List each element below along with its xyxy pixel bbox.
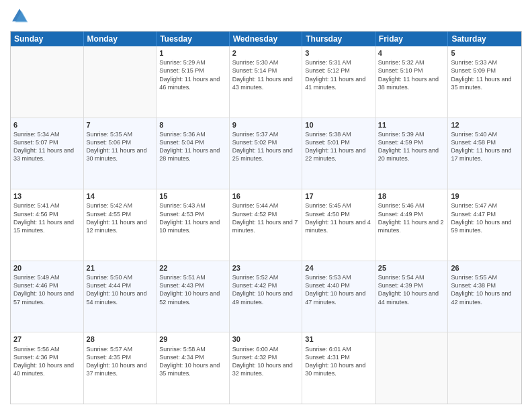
weekday-header-wednesday: Wednesday xyxy=(230,32,303,46)
weekday-header-friday: Friday xyxy=(375,32,449,46)
calendar-day-22: 22Sunrise: 5:51 AM Sunset: 4:43 PM Dayli… xyxy=(157,261,230,332)
calendar-day-3: 3Sunrise: 5:31 AM Sunset: 5:12 PM Daylig… xyxy=(302,46,375,118)
day-number: 7 xyxy=(87,120,154,130)
calendar-row-2: 6Sunrise: 5:34 AM Sunset: 5:07 PM Daylig… xyxy=(11,118,521,189)
day-number: 23 xyxy=(232,263,300,273)
day-number: 17 xyxy=(305,191,372,201)
day-info: Sunrise: 5:45 AM Sunset: 4:50 PM Dayligh… xyxy=(305,201,372,234)
weekday-header-sunday: Sunday xyxy=(11,32,84,46)
weekday-header-thursday: Thursday xyxy=(302,32,375,46)
calendar-day-12: 12Sunrise: 5:40 AM Sunset: 4:58 PM Dayli… xyxy=(448,118,521,189)
calendar-empty-cell xyxy=(11,46,84,118)
calendar-day-6: 6Sunrise: 5:34 AM Sunset: 5:07 PM Daylig… xyxy=(11,118,84,189)
calendar-empty-cell xyxy=(375,332,449,404)
calendar-row-1: 1Sunrise: 5:29 AM Sunset: 5:15 PM Daylig… xyxy=(11,46,521,118)
weekday-header-saturday: Saturday xyxy=(448,32,521,46)
day-number: 3 xyxy=(305,48,372,58)
calendar-day-11: 11Sunrise: 5:39 AM Sunset: 4:59 PM Dayli… xyxy=(375,118,449,189)
calendar-day-28: 28Sunrise: 5:57 AM Sunset: 4:35 PM Dayli… xyxy=(84,332,157,404)
day-info: Sunrise: 5:58 AM Sunset: 4:34 PM Dayligh… xyxy=(159,345,226,378)
day-info: Sunrise: 5:30 AM Sunset: 5:14 PM Dayligh… xyxy=(232,58,300,91)
calendar-day-30: 30Sunrise: 6:00 AM Sunset: 4:32 PM Dayli… xyxy=(230,332,303,404)
calendar-empty-cell xyxy=(84,46,157,118)
calendar-day-31: 31Sunrise: 6:01 AM Sunset: 4:31 PM Dayli… xyxy=(302,332,375,404)
page: SundayMondayTuesdayWednesdayThursdayFrid… xyxy=(0,0,532,411)
day-info: Sunrise: 5:55 AM Sunset: 4:38 PM Dayligh… xyxy=(451,273,519,306)
day-info: Sunrise: 5:56 AM Sunset: 4:36 PM Dayligh… xyxy=(13,345,81,378)
calendar-header: SundayMondayTuesdayWednesdayThursdayFrid… xyxy=(11,32,521,46)
calendar-day-26: 26Sunrise: 5:55 AM Sunset: 4:38 PM Dayli… xyxy=(448,261,521,332)
day-info: Sunrise: 5:57 AM Sunset: 4:35 PM Dayligh… xyxy=(87,345,154,378)
day-number: 4 xyxy=(378,48,445,58)
day-info: Sunrise: 5:39 AM Sunset: 4:59 PM Dayligh… xyxy=(378,130,445,163)
calendar-day-27: 27Sunrise: 5:56 AM Sunset: 4:36 PM Dayli… xyxy=(11,332,84,404)
calendar-row-5: 27Sunrise: 5:56 AM Sunset: 4:36 PM Dayli… xyxy=(11,332,521,404)
calendar-body: 1Sunrise: 5:29 AM Sunset: 5:15 PM Daylig… xyxy=(11,46,521,404)
calendar-day-10: 10Sunrise: 5:38 AM Sunset: 5:01 PM Dayli… xyxy=(302,118,375,189)
day-info: Sunrise: 6:01 AM Sunset: 4:31 PM Dayligh… xyxy=(305,345,372,378)
calendar-empty-cell xyxy=(448,332,521,404)
day-info: Sunrise: 5:29 AM Sunset: 5:15 PM Dayligh… xyxy=(159,58,226,91)
day-number: 11 xyxy=(378,120,445,130)
day-number: 13 xyxy=(13,191,81,201)
day-info: Sunrise: 5:38 AM Sunset: 5:01 PM Dayligh… xyxy=(305,130,372,163)
day-info: Sunrise: 5:44 AM Sunset: 4:52 PM Dayligh… xyxy=(232,201,300,234)
day-info: Sunrise: 5:54 AM Sunset: 4:39 PM Dayligh… xyxy=(378,273,445,306)
calendar-day-4: 4Sunrise: 5:32 AM Sunset: 5:10 PM Daylig… xyxy=(375,46,449,118)
weekday-header-monday: Monday xyxy=(84,32,157,46)
logo-icon xyxy=(10,7,29,26)
calendar-day-24: 24Sunrise: 5:53 AM Sunset: 4:40 PM Dayli… xyxy=(302,261,375,332)
day-number: 25 xyxy=(378,263,445,273)
weekday-header-tuesday: Tuesday xyxy=(157,32,230,46)
day-info: Sunrise: 5:35 AM Sunset: 5:06 PM Dayligh… xyxy=(87,130,154,163)
day-number: 16 xyxy=(232,191,300,201)
day-info: Sunrise: 5:34 AM Sunset: 5:07 PM Dayligh… xyxy=(13,130,81,163)
day-number: 30 xyxy=(232,334,300,344)
calendar-day-20: 20Sunrise: 5:49 AM Sunset: 4:46 PM Dayli… xyxy=(11,261,84,332)
day-number: 2 xyxy=(232,48,300,58)
day-info: Sunrise: 5:41 AM Sunset: 4:56 PM Dayligh… xyxy=(13,201,81,234)
day-info: Sunrise: 5:33 AM Sunset: 5:09 PM Dayligh… xyxy=(451,58,519,91)
day-info: Sunrise: 5:46 AM Sunset: 4:49 PM Dayligh… xyxy=(378,201,445,234)
logo xyxy=(10,7,32,26)
calendar-day-14: 14Sunrise: 5:42 AM Sunset: 4:55 PM Dayli… xyxy=(84,189,157,261)
calendar-day-17: 17Sunrise: 5:45 AM Sunset: 4:50 PM Dayli… xyxy=(302,189,375,261)
day-number: 6 xyxy=(13,120,81,130)
day-info: Sunrise: 5:31 AM Sunset: 5:12 PM Dayligh… xyxy=(305,58,372,91)
calendar-day-1: 1Sunrise: 5:29 AM Sunset: 5:15 PM Daylig… xyxy=(157,46,230,118)
day-info: Sunrise: 5:49 AM Sunset: 4:46 PM Dayligh… xyxy=(13,273,81,306)
day-info: Sunrise: 5:40 AM Sunset: 4:58 PM Dayligh… xyxy=(451,130,519,163)
calendar-day-15: 15Sunrise: 5:43 AM Sunset: 4:53 PM Dayli… xyxy=(157,189,230,261)
calendar-day-7: 7Sunrise: 5:35 AM Sunset: 5:06 PM Daylig… xyxy=(84,118,157,189)
calendar-day-25: 25Sunrise: 5:54 AM Sunset: 4:39 PM Dayli… xyxy=(375,261,449,332)
day-number: 18 xyxy=(378,191,445,201)
day-number: 19 xyxy=(451,191,519,201)
day-info: Sunrise: 5:50 AM Sunset: 4:44 PM Dayligh… xyxy=(87,273,154,306)
day-info: Sunrise: 5:36 AM Sunset: 5:04 PM Dayligh… xyxy=(159,130,226,163)
calendar-day-9: 9Sunrise: 5:37 AM Sunset: 5:02 PM Daylig… xyxy=(230,118,303,189)
calendar-day-29: 29Sunrise: 5:58 AM Sunset: 4:34 PM Dayli… xyxy=(157,332,230,404)
day-number: 31 xyxy=(305,334,372,344)
day-number: 27 xyxy=(13,334,81,344)
calendar-day-21: 21Sunrise: 5:50 AM Sunset: 4:44 PM Dayli… xyxy=(84,261,157,332)
day-info: Sunrise: 5:37 AM Sunset: 5:02 PM Dayligh… xyxy=(232,130,300,163)
day-number: 9 xyxy=(232,120,300,130)
day-number: 14 xyxy=(87,191,154,201)
day-info: Sunrise: 5:51 AM Sunset: 4:43 PM Dayligh… xyxy=(159,273,226,306)
calendar-day-19: 19Sunrise: 5:47 AM Sunset: 4:47 PM Dayli… xyxy=(448,189,521,261)
day-number: 5 xyxy=(451,48,519,58)
calendar-day-18: 18Sunrise: 5:46 AM Sunset: 4:49 PM Dayli… xyxy=(375,189,449,261)
day-number: 20 xyxy=(13,263,81,273)
calendar-day-23: 23Sunrise: 5:52 AM Sunset: 4:42 PM Dayli… xyxy=(230,261,303,332)
calendar-row-4: 20Sunrise: 5:49 AM Sunset: 4:46 PM Dayli… xyxy=(11,261,521,332)
calendar-day-8: 8Sunrise: 5:36 AM Sunset: 5:04 PM Daylig… xyxy=(157,118,230,189)
day-number: 8 xyxy=(159,120,226,130)
calendar: SundayMondayTuesdayWednesdayThursdayFrid… xyxy=(10,31,522,404)
day-number: 26 xyxy=(451,263,519,273)
day-number: 10 xyxy=(305,120,372,130)
day-info: Sunrise: 5:43 AM Sunset: 4:53 PM Dayligh… xyxy=(159,201,226,234)
day-number: 21 xyxy=(87,263,154,273)
day-number: 12 xyxy=(451,120,519,130)
day-number: 24 xyxy=(305,263,372,273)
day-number: 1 xyxy=(159,48,226,58)
